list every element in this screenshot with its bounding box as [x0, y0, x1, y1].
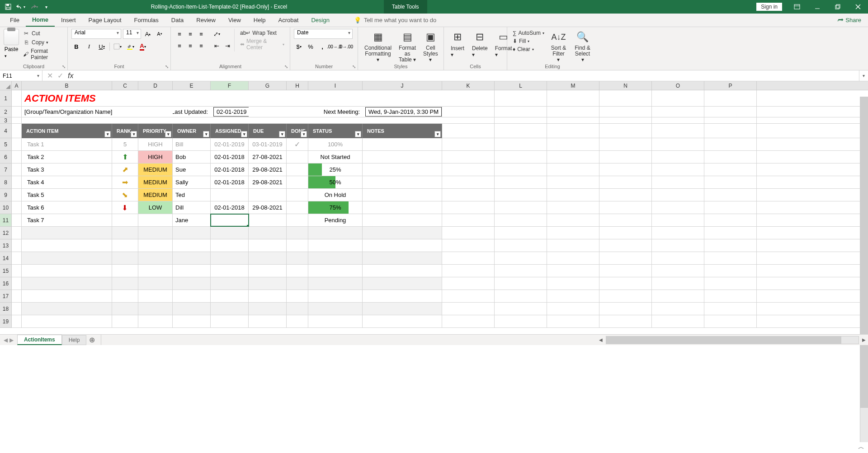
- cell[interactable]: Task 7: [22, 214, 112, 226]
- cell[interactable]: [599, 107, 652, 117]
- cell[interactable]: [173, 239, 211, 252]
- cell[interactable]: Task 5: [22, 189, 112, 201]
- enter-formula-icon[interactable]: ✓: [57, 71, 63, 80]
- cell[interactable]: [442, 189, 495, 201]
- cell[interactable]: [12, 117, 22, 123]
- col-header[interactable]: N: [599, 81, 652, 90]
- cell[interactable]: [495, 315, 547, 327]
- cell[interactable]: [363, 290, 442, 302]
- cell[interactable]: On Hold: [308, 189, 363, 201]
- clear-button[interactable]: ♦ Clear ▾: [511, 45, 546, 53]
- cell[interactable]: [442, 117, 495, 123]
- cell[interactable]: [12, 151, 22, 163]
- cell[interactable]: [287, 265, 308, 277]
- cell[interactable]: [599, 277, 652, 290]
- cell[interactable]: [112, 290, 138, 302]
- cell[interactable]: [12, 303, 22, 315]
- increase-font-icon[interactable]: A▴: [143, 29, 153, 39]
- cell[interactable]: OWNER▾: [173, 124, 211, 138]
- cell[interactable]: [652, 189, 704, 201]
- cell[interactable]: [547, 90, 599, 106]
- row-header[interactable]: 9: [0, 189, 12, 201]
- cell[interactable]: [599, 90, 652, 106]
- cell[interactable]: [308, 252, 363, 264]
- cell[interactable]: NOTES▾: [363, 124, 442, 138]
- filter-dropdown-icon[interactable]: ▾: [203, 131, 209, 137]
- col-header[interactable]: I: [308, 81, 363, 90]
- cell[interactable]: Task 2: [22, 151, 112, 163]
- cell[interactable]: [12, 252, 22, 264]
- row-header[interactable]: 4: [0, 124, 12, 138]
- cell[interactable]: [547, 107, 599, 117]
- font-launcher-icon[interactable]: ⤡: [165, 64, 169, 69]
- fill-button[interactable]: ⬇ Fill ▾: [511, 37, 546, 45]
- cell[interactable]: [287, 163, 308, 176]
- cell[interactable]: [652, 124, 704, 138]
- cell[interactable]: [138, 239, 173, 252]
- cell[interactable]: [652, 117, 704, 123]
- cell[interactable]: 5: [112, 138, 138, 150]
- cell[interactable]: [12, 189, 22, 201]
- decrease-font-icon[interactable]: A▾: [155, 29, 165, 39]
- tab-design[interactable]: Design: [305, 14, 335, 26]
- sheet-tab-help[interactable]: Help: [62, 335, 87, 345]
- cell[interactable]: [211, 303, 249, 315]
- cell[interactable]: [138, 252, 173, 264]
- cell[interactable]: [112, 117, 138, 123]
- cut-button[interactable]: ✂Cut: [21, 29, 64, 38]
- cell[interactable]: [112, 214, 138, 226]
- cell[interactable]: ➡: [112, 163, 138, 176]
- cell[interactable]: [12, 239, 22, 252]
- cell[interactable]: [287, 201, 308, 214]
- cell[interactable]: [249, 290, 287, 302]
- row-header[interactable]: 16: [0, 277, 12, 290]
- fill-color-button[interactable]: ▾: [125, 42, 135, 51]
- cell[interactable]: [442, 176, 495, 188]
- cell[interactable]: [308, 290, 363, 302]
- filter-dropdown-icon[interactable]: ▾: [241, 131, 247, 137]
- cell[interactable]: [704, 151, 757, 163]
- cell[interactable]: [547, 117, 599, 123]
- cell[interactable]: [22, 265, 112, 277]
- tab-home[interactable]: Home: [26, 14, 55, 27]
- cell[interactable]: [704, 303, 757, 315]
- scrollbar-thumb[interactable]: [606, 336, 841, 344]
- cell[interactable]: [12, 315, 22, 327]
- align-center-icon[interactable]: ≡: [185, 41, 195, 51]
- cell[interactable]: [495, 138, 547, 150]
- cell[interactable]: [287, 107, 308, 117]
- name-box[interactable]: F11: [0, 70, 42, 81]
- cell[interactable]: [287, 239, 308, 252]
- cell[interactable]: Jane: [173, 214, 211, 226]
- cell[interactable]: [249, 107, 287, 117]
- cell[interactable]: [599, 201, 652, 214]
- cell[interactable]: [599, 227, 652, 239]
- cell[interactable]: ➡: [112, 151, 138, 163]
- cell[interactable]: [442, 201, 495, 214]
- increase-indent-icon[interactable]: ⇥: [222, 41, 232, 51]
- tab-review[interactable]: Review: [190, 14, 222, 26]
- cell[interactable]: [495, 303, 547, 315]
- cell[interactable]: [308, 303, 363, 315]
- cell[interactable]: ➡: [112, 201, 138, 214]
- ribbon-display-icon[interactable]: [787, 0, 807, 14]
- cell[interactable]: [211, 290, 249, 302]
- cell[interactable]: [138, 303, 173, 315]
- cell[interactable]: [442, 90, 495, 106]
- align-left-icon[interactable]: ≡: [175, 41, 184, 51]
- autosum-button[interactable]: ∑ AutoSum ▾: [511, 29, 546, 37]
- row-header[interactable]: 8: [0, 176, 12, 189]
- cell[interactable]: [12, 277, 22, 290]
- cell[interactable]: [704, 252, 757, 264]
- cell[interactable]: 02-01-2018: [211, 176, 249, 188]
- tab-acrobat[interactable]: Acrobat: [272, 14, 305, 26]
- cell[interactable]: [652, 151, 704, 163]
- row-header[interactable]: 12: [0, 227, 12, 239]
- align-top-icon[interactable]: ≡: [175, 29, 184, 39]
- cell[interactable]: [652, 265, 704, 277]
- tab-page-layout[interactable]: Page Layout: [82, 14, 128, 26]
- cell[interactable]: [249, 214, 287, 226]
- col-header[interactable]: B: [22, 81, 112, 90]
- cell[interactable]: [547, 214, 599, 226]
- cell[interactable]: [704, 227, 757, 239]
